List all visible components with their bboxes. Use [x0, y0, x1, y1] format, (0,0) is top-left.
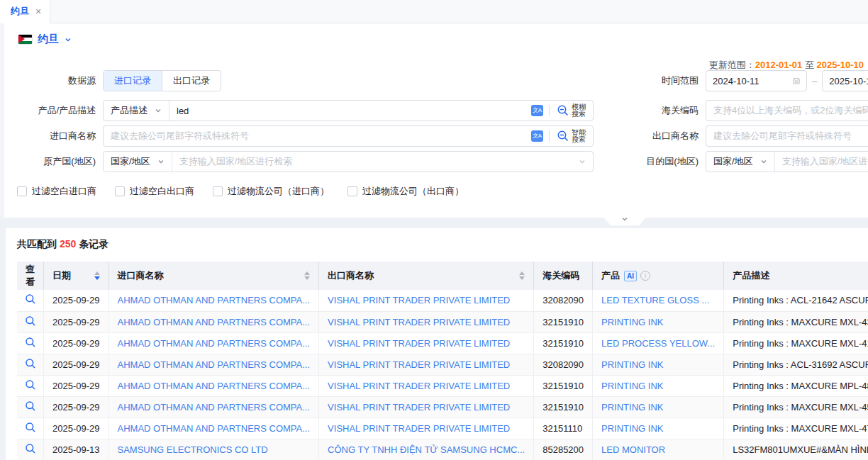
product-link[interactable]: PRINTING INK: [601, 381, 663, 391]
country-selector[interactable]: 约旦: [18, 33, 72, 46]
hs-code-cell: 32151910: [534, 332, 593, 354]
view-button[interactable]: [25, 425, 36, 435]
column-header[interactable]: 日期: [44, 262, 109, 290]
date-to-value: 2025-10-10: [829, 76, 868, 86]
product-link[interactable]: LED PROCESS YELLOW...: [601, 338, 715, 349]
hs-code-cell: 32151910: [534, 396, 593, 417]
country-name: 约旦: [38, 33, 59, 46]
column-header: 产品AIi: [593, 262, 724, 290]
exporter-link[interactable]: VISHAL PRINT TRADER PRIVATE LIMITED: [328, 423, 510, 434]
checkbox-filter-logistics-importer[interactable]: 过滤物流公司（进口商）: [213, 185, 329, 198]
product-link[interactable]: LED TEXTURE GLOSS ...: [601, 295, 709, 305]
smart-search-button[interactable]: 智能搜索: [555, 129, 593, 143]
view-button[interactable]: [25, 296, 36, 307]
checkbox-icon[interactable]: [213, 186, 223, 196]
sort-carets-icon[interactable]: [94, 271, 100, 280]
checkbox-icon[interactable]: [347, 186, 357, 196]
view-magnifier-icon: [25, 379, 36, 391]
fuzzy-search-button[interactable]: 模糊搜索: [555, 103, 593, 118]
importer-name-input[interactable]: 建议去除公司尾部字符或特殊符号: [104, 126, 531, 146]
sort-carets-icon[interactable]: [304, 271, 310, 280]
exporter-label: 出口商名称: [617, 130, 699, 142]
info-icon[interactable]: i: [640, 271, 650, 281]
table-row: 2025-09-29AHMAD OTHMAN AND PARTNERS COMP…: [17, 396, 868, 417]
date-cell: 2025-09-29: [44, 290, 109, 311]
tab-bar: 约旦 ×: [0, 0, 868, 23]
exporter-link[interactable]: CÔNG TY TNHH ĐIỆN TỬ SAMSUNG HCMC...: [328, 444, 525, 455]
product-search-input[interactable]: led: [169, 101, 531, 120]
view-button[interactable]: [25, 318, 36, 329]
fuzzy-search-label: 模糊搜索: [572, 103, 586, 118]
exporter-link[interactable]: VISHAL PRINT TRADER PRIVATE LIMITED: [328, 402, 510, 413]
destination-country-input[interactable]: 支持输入国家/地区进行检索: [775, 152, 868, 172]
view-button[interactable]: [25, 446, 36, 456]
date-cell: 2025-09-29: [44, 311, 109, 332]
product-desc-cell: Printing Inks : ACL-31692 ASCURE LE...: [724, 354, 868, 375]
exporter-name-input[interactable]: 建议去除公司尾部字符或特殊符号: [706, 125, 868, 147]
exporter-link[interactable]: VISHAL PRINT TRADER PRIVATE LIMITED: [328, 359, 510, 370]
checkbox-icon[interactable]: [17, 186, 27, 196]
importer-link[interactable]: AHMAD OTHMAN AND PARTNERS COMPA...: [118, 359, 311, 370]
results-table: 查看日期进口商名称出口商名称海关编码产品AIi产品描述 2025-09-29AH…: [17, 262, 868, 460]
exporter-link[interactable]: VISHAL PRINT TRADER PRIVATE LIMITED: [328, 381, 510, 391]
view-button[interactable]: [25, 403, 36, 414]
result-summary: 共匹配到250条记录: [17, 238, 868, 251]
chevron-down-icon: [760, 158, 767, 165]
exporter-link[interactable]: VISHAL PRINT TRADER PRIVATE LIMITED: [328, 317, 510, 327]
calendar-icon[interactable]: [793, 77, 800, 84]
product-link[interactable]: PRINTING INK: [601, 423, 663, 434]
import-records-button[interactable]: 进口记录: [104, 71, 162, 91]
checkbox-filter-logistics-exporter[interactable]: 过滤物流公司（出口商）: [347, 185, 464, 198]
date-from-input[interactable]: 2024-10-11: [706, 70, 807, 91]
date-cell: 2025-09-13: [44, 439, 109, 460]
importer-link[interactable]: AHMAD OTHMAN AND PARTNERS COMPA...: [118, 317, 311, 327]
importer-link[interactable]: AHMAD OTHMAN AND PARTNERS COMPA...: [118, 423, 311, 434]
checkbox-filter-blank-importer[interactable]: 过滤空白进口商: [17, 185, 96, 198]
product-desc-cell: Printing Inks : MAXCURE MXL-4700...: [724, 417, 868, 439]
product-desc-cell: Printing Inks : MAXCURE MPL-4800E...: [724, 375, 868, 396]
date-cell: 2025-09-29: [44, 375, 109, 396]
table-row: 2025-09-29AHMAD OTHMAN AND PARTNERS COMP…: [17, 290, 868, 311]
update-range-to: 2025-10-10: [817, 60, 864, 70]
checkbox-icon[interactable]: [115, 186, 125, 196]
export-records-button[interactable]: 出口记录: [162, 71, 221, 91]
results-panel: 共匹配到250条记录 查看日期进口商名称出口商名称海关编码产品AIi产品描述 2…: [6, 228, 868, 460]
update-range-from: 2012-01-01: [755, 60, 803, 70]
translate-icon[interactable]: 文A: [531, 105, 543, 116]
view-button[interactable]: [25, 382, 36, 393]
view-button[interactable]: [25, 340, 36, 350]
product-link[interactable]: LED MONITOR: [601, 444, 665, 455]
importer-link[interactable]: AHMAD OTHMAN AND PARTNERS COMPA...: [118, 381, 311, 391]
exporter-link[interactable]: VISHAL PRINT TRADER PRIVATE LIMITED: [328, 338, 510, 349]
view-magnifier-icon: [25, 422, 36, 433]
importer-link[interactable]: AHMAD OTHMAN AND PARTNERS COMPA...: [118, 338, 311, 349]
hs-code-cell: 32082090: [534, 290, 593, 311]
tab-label: 约旦: [11, 5, 29, 18]
product-link[interactable]: PRINTING INK: [601, 359, 663, 370]
exporter-link[interactable]: VISHAL PRINT TRADER PRIVATE LIMITED: [328, 295, 510, 305]
importer-link[interactable]: AHMAD OTHMAN AND PARTNERS COMPA...: [118, 402, 311, 413]
translate-icon[interactable]: 文A: [531, 130, 543, 142]
product-link[interactable]: PRINTING INK: [601, 402, 663, 413]
close-icon[interactable]: ×: [35, 6, 41, 16]
column-header[interactable]: 进口商名称: [108, 262, 319, 290]
view-button[interactable]: [25, 361, 36, 371]
importer-link[interactable]: SAMSUNG ELECTRONICS CO LTD: [118, 444, 268, 455]
product-select-value: 产品描述: [111, 104, 148, 117]
product-desc-cell: Printing Inks : MAXCURE MXL-4100...: [724, 332, 868, 354]
tab-jordan[interactable]: 约旦 ×: [0, 0, 50, 23]
sort-carets-icon[interactable]: [519, 271, 525, 280]
column-header[interactable]: 出口商名称: [319, 262, 534, 290]
product-link[interactable]: PRINTING INK: [601, 317, 663, 327]
checkbox-label: 过滤空白出口商: [130, 185, 194, 198]
origin-type-select[interactable]: 国家/地区: [104, 152, 172, 172]
table-row: 2025-09-13SAMSUNG ELECTRONICS CO LTDCÔNG…: [17, 439, 868, 460]
hs-code-input[interactable]: 支持4位以上海关编码，或2位海关编码加国家代码: [706, 100, 868, 121]
date-to-input[interactable]: 2025-10-10: [822, 70, 868, 91]
product-field-select[interactable]: 产品描述: [104, 101, 169, 120]
destination-type-select[interactable]: 国家/地区: [706, 152, 775, 172]
importer-label: 进口商名称: [0, 130, 96, 142]
origin-country-input[interactable]: 支持输入国家/地区进行检索: [172, 152, 579, 172]
importer-link[interactable]: AHMAD OTHMAN AND PARTNERS COMPA...: [118, 295, 311, 305]
checkbox-filter-blank-exporter[interactable]: 过滤空白出口商: [115, 185, 194, 198]
